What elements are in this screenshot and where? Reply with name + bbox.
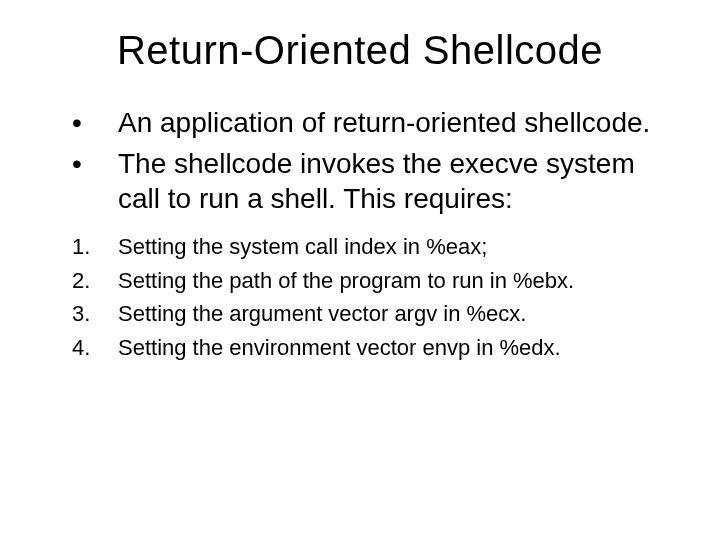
numbered-item: 4. Setting the environment vector envp i…	[72, 333, 670, 363]
numbered-item: 3. Setting the argument vector argv in %…	[72, 299, 670, 329]
numbered-text: Setting the environment vector envp in %…	[118, 333, 561, 363]
numbered-marker: 4.	[72, 333, 118, 363]
numbered-text: Setting the argument vector argv in %ecx…	[118, 299, 526, 329]
bullet-list: • An application of return-oriented shel…	[50, 105, 670, 216]
bullet-marker: •	[72, 146, 118, 181]
slide: Return-Oriented Shellcode • An applicati…	[0, 0, 720, 540]
slide-title: Return-Oriented Shellcode	[50, 28, 670, 73]
numbered-marker: 2.	[72, 266, 118, 296]
numbered-text: Setting the system call index in %eax;	[118, 232, 487, 262]
bullet-item: • An application of return-oriented shel…	[72, 105, 670, 140]
bullet-item: • The shellcode invokes the execve syste…	[72, 146, 670, 216]
numbered-marker: 3.	[72, 299, 118, 329]
bullet-marker: •	[72, 105, 118, 140]
numbered-item: 1. Setting the system call index in %eax…	[72, 232, 670, 262]
numbered-item: 2. Setting the path of the program to ru…	[72, 266, 670, 296]
numbered-list: 1. Setting the system call index in %eax…	[50, 232, 670, 363]
numbered-marker: 1.	[72, 232, 118, 262]
numbered-text: Setting the path of the program to run i…	[118, 266, 574, 296]
bullet-text: An application of return-oriented shellc…	[118, 105, 650, 140]
bullet-text: The shellcode invokes the execve system …	[118, 146, 670, 216]
